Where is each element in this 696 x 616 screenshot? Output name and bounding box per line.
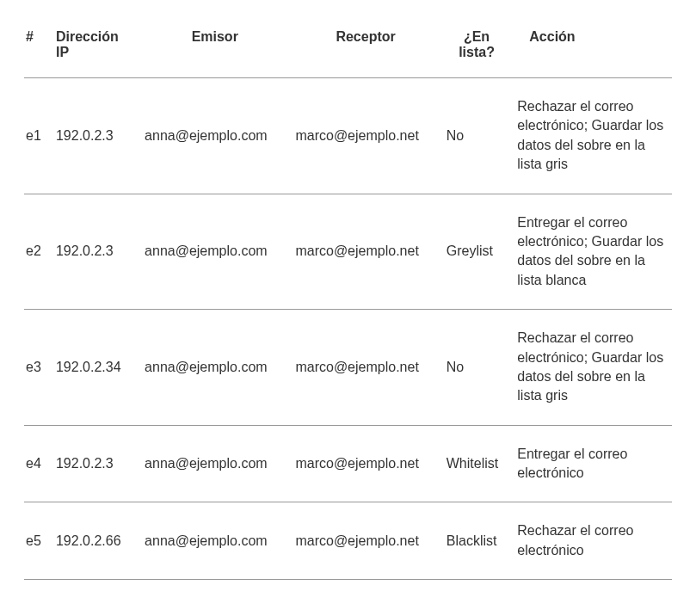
cell-num: e1 [24,78,51,194]
cell-action: Rechazar el correo electrónico [512,502,672,580]
cell-listed: Whitelist [441,425,513,502]
cell-sender: anna@ejemplo.com [139,310,290,426]
cell-num: e5 [24,502,51,580]
email-list-table: # Dirección IP Emisor Receptor ¿En lista… [24,21,672,580]
cell-action: Entregar el correo electrónico; Guardar … [512,194,672,310]
cell-sender: anna@ejemplo.com [139,502,290,580]
cell-sender: anna@ejemplo.com [139,78,290,194]
table-row: e3 192.0.2.34 anna@ejemplo.com marco@eje… [24,310,672,426]
cell-action: Entregar el correo electrónico [512,425,672,502]
table-row: e2 192.0.2.3 anna@ejemplo.com marco@ejem… [24,194,672,310]
cell-sender: anna@ejemplo.com [139,194,290,310]
header-num: # [24,21,51,78]
header-receiver: Receptor [290,21,440,78]
table-row: e5 192.0.2.66 anna@ejemplo.com marco@eje… [24,502,672,580]
cell-ip: 192.0.2.3 [51,78,139,194]
table-row: e4 192.0.2.3 anna@ejemplo.com marco@ejem… [24,425,672,502]
header-action: Acción [512,21,672,78]
table-header-row: # Dirección IP Emisor Receptor ¿En lista… [24,21,672,78]
cell-listed: Blacklist [441,502,513,580]
cell-receiver: marco@ejemplo.net [290,78,440,194]
cell-listed: No [441,310,513,426]
cell-ip: 192.0.2.3 [51,425,139,502]
cell-ip: 192.0.2.66 [51,502,139,580]
cell-sender: anna@ejemplo.com [139,425,290,502]
cell-receiver: marco@ejemplo.net [290,502,440,580]
cell-receiver: marco@ejemplo.net [290,310,440,426]
cell-listed: Greylist [441,194,513,310]
cell-action: Rechazar el correo electrónico; Guardar … [512,78,672,194]
header-ip: Dirección IP [51,21,139,78]
cell-ip: 192.0.2.3 [51,194,139,310]
table-row: e1 192.0.2.3 anna@ejemplo.com marco@ejem… [24,78,672,194]
header-sender: Emisor [139,21,290,78]
cell-receiver: marco@ejemplo.net [290,425,440,502]
cell-num: e3 [24,310,51,426]
cell-ip: 192.0.2.34 [51,310,139,426]
cell-num: e4 [24,425,51,502]
cell-receiver: marco@ejemplo.net [290,194,440,310]
cell-action: Rechazar el correo electrónico; Guardar … [512,310,672,426]
header-listed: ¿En lista? [441,21,513,78]
cell-listed: No [441,78,513,194]
cell-num: e2 [24,194,51,310]
